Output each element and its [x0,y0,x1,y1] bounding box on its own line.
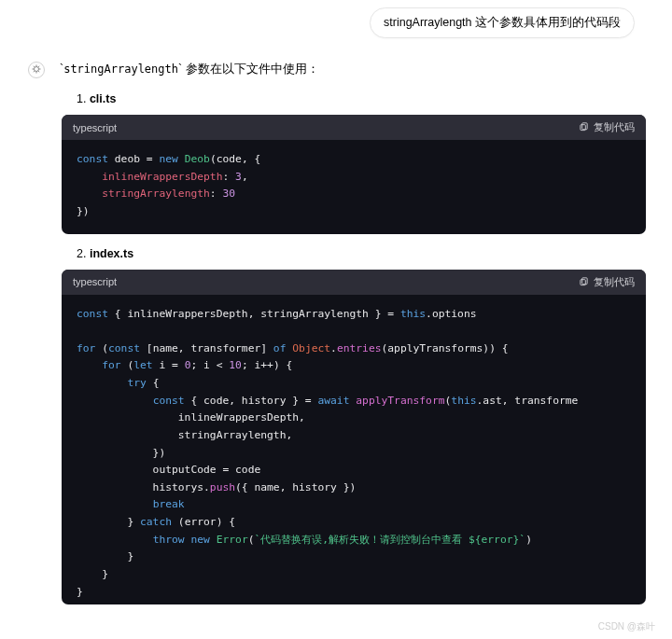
code-content[interactable]: const { inlineWrappersDepth, stringArray… [62,295,646,605]
watermark: CSDN @森叶 [598,620,655,633]
file-item-index: index.ts typescript 复制代码 [77,247,646,605]
code-language: typescript [73,122,117,133]
openai-logo-icon [31,63,42,77]
assistant-avatar [28,62,45,78]
code-content[interactable]: const deob = new Deob(code, { inlineWrap… [62,140,646,234]
intro-code: stringArraylength [63,63,178,76]
copy-label: 复制代码 [594,120,635,134]
file-list: cli.ts typescript 复制代码 [77,92,646,604]
code-header: typescript 复制代码 [62,115,646,140]
file-item-cli: cli.ts typescript 复制代码 [77,92,646,234]
intro-suffix: ` 参数在以下文件中使用： [178,63,319,76]
copy-code-button[interactable]: 复制代码 [579,120,635,134]
svg-rect-3 [582,277,588,284]
svg-rect-1 [582,123,588,130]
copy-label: 复制代码 [594,275,635,289]
code-header: typescript 复制代码 [62,270,646,295]
user-message-text: stringArraylength 这个参数具体用到的代码段 [384,16,621,29]
user-message-bubble: stringArraylength 这个参数具体用到的代码段 [370,7,635,38]
code-block: typescript 复制代码 const deob = new Deob(co… [62,115,646,234]
file-name: index.ts [77,247,646,260]
file-name: cli.ts [77,92,646,105]
svg-point-0 [35,66,39,71]
code-language: typescript [73,276,117,287]
clipboard-icon [579,276,589,288]
assistant-message: `stringArraylength` 参数在以下文件中使用： cli.ts t… [28,62,646,618]
assistant-content: `stringArraylength` 参数在以下文件中使用： cli.ts t… [60,62,646,604]
code-block: typescript 复制代码 const { inlineWrappersDe… [62,270,646,605]
intro-text: `stringArraylength` 参数在以下文件中使用： [60,62,646,77]
clipboard-icon [579,121,589,133]
copy-code-button[interactable]: 复制代码 [579,275,635,289]
